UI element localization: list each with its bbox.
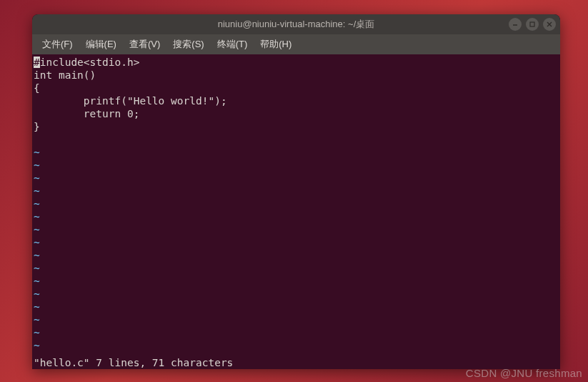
tilde-line: ~ [34,210,559,223]
tilde-line: ~ [34,236,559,249]
maximize-button[interactable] [526,18,539,31]
tilde-line: ~ [34,185,559,197]
terminal-content[interactable]: #include<stdio.h> int main() { printf("H… [32,54,560,369]
tilde-line: ~ [34,172,559,185]
menu-search[interactable]: 搜索(S) [167,35,209,54]
menu-edit[interactable]: 编辑(E) [80,35,122,54]
menu-help[interactable]: 帮助(H) [254,35,297,54]
minimize-icon [512,21,519,28]
titlebar[interactable]: niuniu@niuniu-virtual-machine: ~/桌面 [32,14,560,34]
maximize-icon [529,21,536,28]
tilde-line: ~ [34,326,559,339]
tilde-line: ~ [34,249,559,262]
window-title: niuniu@niuniu-virtual-machine: ~/桌面 [218,18,375,31]
watermark: CSDN @JNU freshman [466,367,582,379]
tilde-line: ~ [34,300,559,313]
menu-view[interactable]: 查看(V) [124,35,166,54]
code-line [34,133,559,146]
tilde-line: ~ [34,146,559,159]
code-text: include<stdio.h> [40,57,140,68]
tilde-line: ~ [34,288,559,300]
code-line: int main() [34,69,559,82]
vim-status-line: "hello.c" 7 lines, 71 characters [34,356,233,369]
menubar: 文件(F) 编辑(E) 查看(V) 搜索(S) 终端(T) 帮助(H) [32,34,560,54]
code-line: return 0; [34,107,559,120]
terminal-window: niuniu@niuniu-virtual-machine: ~/桌面 文件(F… [32,14,560,369]
tilde-line: ~ [34,313,559,326]
tilde-line: ~ [34,275,559,288]
minimize-button[interactable] [509,18,522,31]
tilde-line: ~ [34,197,559,210]
code-line: #include<stdio.h> [34,56,559,69]
window-controls [509,18,556,31]
tilde-line: ~ [34,262,559,275]
menu-file[interactable]: 文件(F) [36,35,79,54]
code-line: printf("Hello world!"); [34,94,559,107]
cursor: # [34,57,40,68]
code-line: { [34,82,559,94]
tilde-line: ~ [34,223,559,236]
tilde-line: ~ [34,159,559,172]
close-icon [546,21,553,28]
tilde-line: ~ [34,339,559,352]
close-button[interactable] [543,18,556,31]
code-line: } [34,120,559,133]
menu-terminal[interactable]: 终端(T) [211,35,254,54]
svg-rect-1 [530,22,534,26]
